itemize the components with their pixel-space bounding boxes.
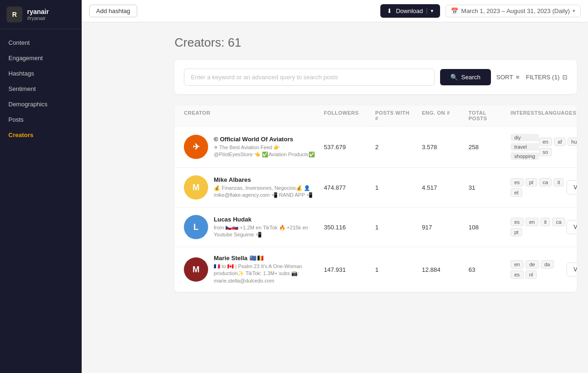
lang-tag: en <box>539 138 552 146</box>
table-header-total-posts: TOTALPOSTS <box>469 110 511 121</box>
search-bar: 🔍 Search SORT ≡ FILTERS (1) ⊡ <box>175 60 577 94</box>
sort-icon: ≡ <box>516 74 519 81</box>
lang-tag: ca <box>539 178 552 186</box>
creator-cell-ma: MMike Albares💰 Finanzas, Inversiones, Ne… <box>184 175 324 200</box>
creator-name: Marie Stella 🇨🇩🇧🇪 <box>214 255 316 262</box>
search-icon: 🔍 <box>450 74 458 81</box>
sort-button[interactable]: SORT ≡ <box>497 74 519 81</box>
date-range-caret-icon: ▾ <box>573 8 575 14</box>
page-title: Creators: 61 <box>175 35 577 50</box>
creator-info: © Official World Of Aviators✈ The Best A… <box>214 136 316 159</box>
lang-tag: af <box>554 138 566 146</box>
table-row: ✈© Official World Of Aviators✈ The Best … <box>175 126 577 168</box>
sidebar-item-sentiment[interactable]: Sentiment <box>0 81 82 97</box>
lang-tag: pt <box>525 178 537 186</box>
avatar: L <box>184 215 208 239</box>
lang-tag: nl <box>525 270 537 279</box>
download-label: Download <box>396 7 423 14</box>
action-cell: View Details <box>567 262 577 276</box>
creator-name: Mike Albares <box>214 176 316 183</box>
creator-name: Lucas Hudak <box>214 216 316 223</box>
creator-name: © Official World Of Aviators <box>214 136 316 143</box>
creator-languages: enafhuptso <box>539 138 577 156</box>
lang-tag: es <box>511 218 524 226</box>
sidebar-avatar: R <box>7 7 22 22</box>
sidebar-brand-name: ryanair <box>27 8 49 15</box>
search-button[interactable]: 🔍 Search <box>440 69 490 85</box>
creator-total-posts: 31 <box>469 184 511 191</box>
creator-languages: esptcaitet <box>511 178 567 197</box>
sidebar-item-demographics[interactable]: Demographics <box>0 97 82 112</box>
calendar-icon: 📅 <box>451 7 458 14</box>
view-details-button[interactable]: View Details <box>567 262 577 276</box>
creator-info: Lucas Hudakfrom 🇨🇿🇸🇰 +1.2M en TikTok 🔥 +… <box>214 216 316 239</box>
creator-languages: endedaesnl <box>511 260 567 279</box>
view-details-button[interactable]: View Details <box>567 220 577 234</box>
table-header-posts-with--: POSTS WITH# <box>375 110 422 121</box>
creator-total-posts: 63 <box>469 266 511 273</box>
table-row: LLucas Hudakfrom 🇨🇿🇸🇰 +1.2M en TikTok 🔥 … <box>175 207 577 247</box>
creator-bio: 🇫🇷 to 🇨🇦 | Psalm 23 It's A One-Woman pro… <box>214 263 316 284</box>
sidebar-item-posts[interactable]: Posts <box>0 112 82 127</box>
sidebar: R ryanair #ryanair ContentEngagementHash… <box>0 0 82 373</box>
creator-info: Marie Stella 🇨🇩🇧🇪🇫🇷 to 🇨🇦 | Psalm 23 It'… <box>214 255 316 284</box>
search-button-label: Search <box>461 74 480 81</box>
creator-posts-with-hash: 1 <box>375 266 422 273</box>
action-cell: View Details <box>567 220 577 234</box>
download-caret-icon[interactable]: ▾ <box>427 8 434 14</box>
creator-info: Mike Albares💰 Finanzas, Inversiones, Neg… <box>214 176 316 199</box>
view-details-button[interactable]: View Details <box>567 180 577 194</box>
creator-interests: diytravelshopping <box>511 134 539 160</box>
download-button[interactable]: ⬇ Download ▾ <box>380 4 440 18</box>
add-hashtag-button[interactable]: Add hashtag <box>89 5 137 17</box>
sort-label: SORT <box>497 74 513 81</box>
creator-posts-with-hash: 1 <box>375 224 422 231</box>
creator-followers: 474.877 <box>324 184 375 191</box>
topbar: Add hashtag ⬇ Download ▾ 📅 March 1, 2023… <box>82 0 588 22</box>
date-range-picker[interactable]: 📅 March 1, 2023 – August 31, 2023 (Daily… <box>446 5 581 17</box>
creator-eng-on-hash: 917 <box>422 224 469 231</box>
search-controls: SORT ≡ FILTERS (1) ⊡ <box>497 74 567 81</box>
table-header: CREATORFOLLOWERSPOSTS WITH#ENG. ON #TOTA… <box>175 105 577 126</box>
lang-tag: pt <box>511 228 522 236</box>
lang-tag: da <box>541 260 554 269</box>
lang-tag: en <box>511 260 524 269</box>
creator-followers: 147.931 <box>324 266 375 273</box>
action-cell: View Details <box>567 180 577 194</box>
creator-followers: 350.116 <box>324 224 375 231</box>
lang-tag: hu <box>567 138 577 146</box>
sidebar-item-content[interactable]: Content <box>0 35 82 50</box>
filters-button[interactable]: FILTERS (1) ⊡ <box>526 74 567 81</box>
filters-label: FILTERS (1) <box>526 74 560 81</box>
table-header-creator: CREATOR <box>184 110 324 121</box>
table-header-interests: INTERESTS <box>511 110 541 121</box>
lang-tag: et <box>511 188 522 197</box>
creator-bio: 💰 Finanzas, Inversiones, Negocios💰 👤 mik… <box>214 185 316 199</box>
sidebar-item-engagement[interactable]: Engagement <box>0 50 82 66</box>
creator-eng-on-hash: 3.578 <box>422 144 469 151</box>
filters-icon: ⊡ <box>562 74 567 81</box>
creator-bio: ✈ The Best Aviation Feed 👉 @PilotEyesSto… <box>214 144 316 159</box>
sidebar-header: R ryanair #ryanair <box>0 0 82 29</box>
creator-eng-on-hash: 4.517 <box>422 184 469 191</box>
sidebar-item-creators[interactable]: Creators <box>0 127 82 143</box>
main-content: Creators: 61 🔍 Search SORT ≡ FILTERS (1)… <box>163 22 588 373</box>
sidebar-item-hashtags[interactable]: Hashtags <box>0 66 82 81</box>
lang-tag: es <box>511 270 524 279</box>
creator-cell-lh: LLucas Hudakfrom 🇨🇿🇸🇰 +1.2M en TikTok 🔥 … <box>184 215 324 239</box>
sidebar-nav: ContentEngagementHashtagsSentimentDemogr… <box>0 29 82 373</box>
lang-tag: en <box>525 218 539 226</box>
search-input[interactable] <box>184 69 434 86</box>
creator-cell-mst: MMarie Stella 🇨🇩🇧🇪🇫🇷 to 🇨🇦 | Psalm 23 It… <box>184 255 324 284</box>
avatar: M <box>184 175 208 200</box>
date-range-text: March 1, 2023 – August 31, 2023 (Daily) <box>461 7 570 14</box>
creator-followers: 537.679 <box>324 144 375 151</box>
creator-posts-with-hash: 1 <box>375 184 422 191</box>
creator-posts-with-hash: 2 <box>375 144 422 151</box>
table-header-eng--on--: ENG. ON # <box>422 110 469 121</box>
lang-tag: so <box>539 148 552 156</box>
lang-tag: it <box>553 178 564 186</box>
creator-total-posts: 258 <box>469 144 511 151</box>
interest-tag: diy <box>511 134 539 141</box>
lang-tag: es <box>511 178 524 186</box>
